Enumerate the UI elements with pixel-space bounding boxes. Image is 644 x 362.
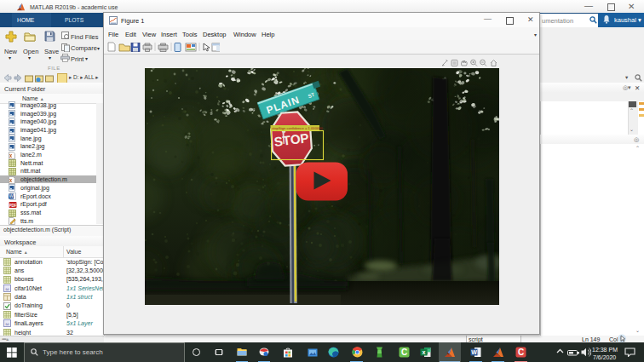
svg-text:ω: ω: [6, 286, 9, 291]
svg-text:W: W: [9, 193, 14, 198]
svg-text:C: C: [401, 348, 407, 357]
svg-text:C: C: [518, 348, 524, 357]
svg-text:W: W: [471, 349, 477, 355]
svg-text:ω: ω: [6, 321, 9, 326]
svg-text:PDF: PDF: [9, 203, 17, 207]
svg-text:x: x: [423, 349, 426, 355]
svg-text:stopSign confidence = 1.00000: stopSign confidence = 1.000000: [272, 126, 324, 130]
